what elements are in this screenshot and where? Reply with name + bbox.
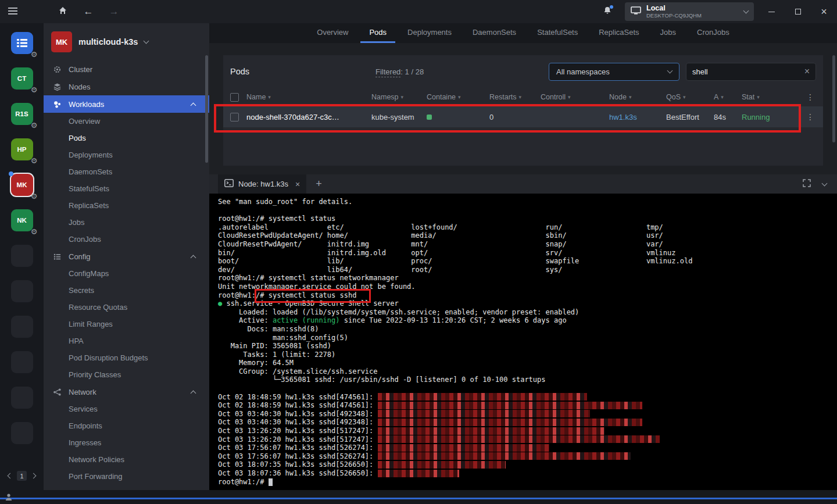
sidebar-item-endpoints[interactable]: Endpoints xyxy=(44,417,209,434)
sidebar-item-jobs[interactable]: Jobs xyxy=(44,214,209,231)
tab-replicasets[interactable]: ReplicaSets xyxy=(590,23,648,43)
cluster-icon-ct[interactable]: CT⚙ xyxy=(11,67,33,90)
home-icon xyxy=(58,6,67,17)
sidebar-item-services[interactable]: Services xyxy=(44,401,209,417)
sidebar-item-secrets[interactable]: Secrets xyxy=(44,282,209,299)
column-header-stat[interactable]: Stat▾ xyxy=(742,93,794,101)
tab-pods[interactable]: Pods xyxy=(360,23,395,43)
terminal-output[interactable]: See "man sudo_root" for details. root@hw… xyxy=(209,194,837,490)
cluster-icon-nk[interactable]: NK⚙ xyxy=(11,209,33,231)
cluster-header[interactable]: MK multicloud-k3s xyxy=(44,23,209,60)
menu-button[interactable] xyxy=(0,0,26,23)
sidebar-item-network-policies[interactable]: Network Policies xyxy=(44,451,209,468)
pod-row[interactable]: node-shell-370da627-c3c… kube-system 0 h… xyxy=(223,106,823,127)
sidebar-item-nodes[interactable]: Nodes xyxy=(44,78,209,95)
sidebar-item-cronjobs[interactable]: CronJobs xyxy=(44,231,209,248)
sidebar-item-label: Limit Ranges xyxy=(69,320,113,328)
workloads-icon xyxy=(53,100,62,109)
sidebar-item-cluster[interactable]: Cluster xyxy=(44,60,209,78)
environment-selector[interactable]: Local DESKTOP-CQ9JQHM xyxy=(625,2,754,21)
cluster-settings-gear-icon[interactable]: ⚙ xyxy=(31,85,38,94)
namespace-filter-select[interactable]: All namespaces xyxy=(549,63,679,81)
sidebar-item-hpa[interactable]: HPA xyxy=(44,333,209,349)
cluster-icon-hp[interactable]: HP⚙ xyxy=(11,138,33,160)
minimize-button[interactable] xyxy=(759,0,785,23)
sidebar-item-pods[interactable]: Pods xyxy=(44,130,209,146)
column-header-a[interactable]: A▾ xyxy=(714,93,742,101)
clear-search-icon[interactable]: × xyxy=(804,66,810,77)
tab-jobs[interactable]: Jobs xyxy=(652,23,685,43)
chevron-left-icon[interactable] xyxy=(8,473,13,479)
maximize-button[interactable] xyxy=(785,0,811,23)
content-scrollbar[interactable] xyxy=(832,55,835,142)
settings-gear-icon[interactable]: ⚙ xyxy=(31,50,38,59)
sidebar-item-limit-ranges[interactable]: Limit Ranges xyxy=(44,316,209,333)
column-header-node[interactable]: Node▾ xyxy=(609,93,666,101)
cluster-icon-r1s[interactable]: R1S⚙ xyxy=(11,103,33,125)
fullscreen-icon[interactable] xyxy=(803,179,811,190)
tab-daemonsets[interactable]: DaemonSets xyxy=(464,23,525,43)
pod-search-input[interactable] xyxy=(692,67,804,76)
terminal-line: See "man sudo_root" for details. xyxy=(218,198,837,206)
new-terminal-tab-button[interactable]: + xyxy=(316,178,322,190)
tab-deployments[interactable]: Deployments xyxy=(399,23,460,43)
sidebar-item-replicasets[interactable]: ReplicaSets xyxy=(44,197,209,214)
catalog-button[interactable]: ⚙ xyxy=(11,32,33,54)
sidebar-item-network[interactable]: Network xyxy=(44,383,209,401)
cluster-icon-mk[interactable]: MK⚙ xyxy=(11,174,33,196)
select-all-checkbox[interactable] xyxy=(230,93,239,102)
column-header-qos[interactable]: QoS▾ xyxy=(666,93,714,101)
chevron-right-icon[interactable] xyxy=(31,473,37,479)
sidebar-item-overview[interactable]: Overview xyxy=(44,113,209,130)
tab-overview[interactable]: Overview xyxy=(308,23,357,43)
terminal-line: bin/ initrd.img.old opt/ srv/ vmlinuz xyxy=(218,249,837,258)
tab-cronjobs[interactable]: CronJobs xyxy=(688,23,738,43)
cluster-settings-gear-icon[interactable]: ⚙ xyxy=(31,121,38,130)
cluster-settings-gear-icon[interactable]: ⚙ xyxy=(31,156,38,165)
header-menu-icon[interactable]: ⋮ xyxy=(804,92,816,102)
row-checkbox[interactable] xyxy=(230,113,239,121)
tab-statefulsets[interactable]: StatefulSets xyxy=(528,23,586,43)
close-button[interactable]: × xyxy=(811,0,837,23)
column-header-name[interactable]: Name▾ xyxy=(246,93,371,101)
sort-caret-icon: ▾ xyxy=(683,94,686,100)
sidebar: MK multicloud-k3s ClusterNodesWorkloadsO… xyxy=(44,23,209,490)
terminal-line: ● ssh.service - OpenBSD Secure Shell ser… xyxy=(218,299,837,308)
sidebar-item-pod-disruption-budgets[interactable]: Pod Disruption Budgets xyxy=(44,349,209,366)
column-header-containe[interactable]: Containe▾ xyxy=(427,93,489,101)
sidebar-item-ingresses[interactable]: Ingresses xyxy=(44,434,209,451)
sidebar-item-statefulsets[interactable]: StatefulSets xyxy=(44,180,209,197)
filtered-value: : 1 / 28 xyxy=(400,67,424,76)
catalog-icon xyxy=(11,32,33,54)
chevron-down-icon[interactable] xyxy=(822,180,828,186)
sidebar-item-label: HPA xyxy=(69,337,84,345)
sidebar-scrollbar[interactable] xyxy=(205,55,208,163)
home-button[interactable] xyxy=(50,0,76,23)
terminal-icon xyxy=(224,179,234,189)
sidebar-item-daemonsets[interactable]: DaemonSets xyxy=(44,163,209,180)
sidebar-item-priority-classes[interactable]: Priority Classes xyxy=(44,366,209,383)
column-header-namesp[interactable]: Namesp▾ xyxy=(371,93,427,101)
sidebar-item-workloads[interactable]: Workloads xyxy=(44,95,209,113)
notifications-button[interactable] xyxy=(595,0,620,23)
user-icon[interactable] xyxy=(5,493,13,501)
sidebar-item-config[interactable]: Config xyxy=(44,248,209,265)
cluster-settings-gear-icon[interactable]: ⚙ xyxy=(31,227,38,236)
back-button[interactable]: ← xyxy=(76,0,101,23)
terminal-dock: Node: hw1.k3s × + See "man sudo_root" fo… xyxy=(209,174,837,490)
cluster-settings-gear-icon[interactable]: ⚙ xyxy=(31,192,38,201)
pod-row-cells: node-shell-370da627-c3c… kube-system 0 h… xyxy=(246,113,804,121)
sidebar-item-configmaps[interactable]: ConfigMaps xyxy=(44,265,209,282)
terminal-tab[interactable]: Node: hw1.k3s × xyxy=(218,174,306,194)
row-menu-icon[interactable]: ⋮ xyxy=(804,112,816,121)
forward-button[interactable]: → xyxy=(101,0,127,23)
titlebar: ← → Local DESKTOP-CQ9JQHM × xyxy=(0,0,837,23)
sidebar-item-deployments[interactable]: Deployments xyxy=(44,146,209,163)
pod-node-link[interactable]: hw1.k3s xyxy=(609,113,666,121)
sidebar-item-resource-quotas[interactable]: Resource Quotas xyxy=(44,299,209,316)
column-header-controll[interactable]: Controll▾ xyxy=(541,93,609,101)
column-header-restarts[interactable]: Restarts▾ xyxy=(489,93,541,101)
sidebar-item-label: Config xyxy=(69,252,91,261)
sidebar-item-port-forwarding[interactable]: Port Forwarding xyxy=(44,468,209,485)
cluster-badge: MK xyxy=(51,31,72,52)
